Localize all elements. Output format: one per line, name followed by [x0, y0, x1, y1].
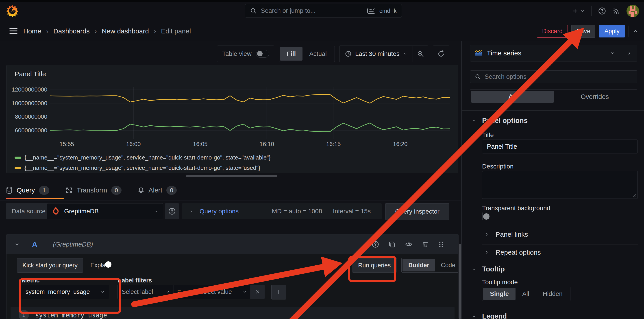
- news-rss-button[interactable]: [612, 8, 620, 15]
- y-axis-tick: 6000000000: [0, 127, 47, 134]
- transform-icon: [66, 187, 73, 194]
- collapse-query-icon[interactable]: [14, 242, 20, 247]
- datasource-picker[interactable]: GreptimeDB: [47, 203, 163, 219]
- label-select[interactable]: Select label: [118, 285, 174, 299]
- query-help-icon[interactable]: [372, 241, 379, 248]
- divider: [628, 26, 629, 37]
- tooltip-hidden-option[interactable]: Hidden: [536, 288, 569, 300]
- options-search[interactable]: Search options: [470, 71, 637, 83]
- sidebar-divider: [461, 41, 462, 319]
- duplicate-query-icon[interactable]: [388, 241, 396, 248]
- save-button[interactable]: Save: [571, 25, 596, 38]
- repeat-options-section[interactable]: Repeat options: [485, 248, 541, 256]
- query-options-bar[interactable]: Query options MD = auto = 1008 Interval …: [182, 203, 382, 219]
- zoom-out-icon: [417, 50, 424, 58]
- max-data-points: MD = auto = 1008: [272, 208, 322, 215]
- refresh-button[interactable]: [433, 46, 449, 62]
- toggle-viz-pane-button[interactable]: [621, 51, 637, 55]
- time-range-group: Last 30 minutes: [339, 46, 428, 62]
- table-view-toggle[interactable]: [256, 50, 269, 58]
- tab-all[interactable]: All: [471, 91, 554, 103]
- time-range-picker[interactable]: Last 30 minutes: [340, 50, 412, 58]
- code-option[interactable]: Code: [435, 259, 458, 271]
- refresh-icon: [438, 50, 445, 58]
- description-textarea[interactable]: [482, 171, 638, 199]
- fill-actual-switch: Fill Actual: [279, 46, 335, 62]
- run-queries-button[interactable]: Run queries: [352, 258, 397, 272]
- tooltip-all-option[interactable]: All: [516, 288, 536, 300]
- transparent-background-label: Transparent background: [482, 205, 550, 212]
- transparent-background-toggle[interactable]: [482, 212, 482, 220]
- tab-query[interactable]: Query 1: [6, 186, 49, 195]
- panel-options-header[interactable]: Panel options: [472, 117, 528, 125]
- resize-handle-icon[interactable]: [632, 193, 636, 198]
- global-search[interactable]: Search or jump to... cmd+k: [245, 4, 402, 18]
- visualization-picker[interactable]: Time series: [470, 45, 637, 62]
- legend-header[interactable]: Legend: [472, 312, 507, 319]
- chevron-down-icon: [101, 290, 104, 294]
- tooltip-header[interactable]: Tooltip: [472, 265, 505, 273]
- query-options-label: Query options: [200, 208, 238, 215]
- breadcrumb-new-dashboard[interactable]: New dashboard: [102, 27, 149, 35]
- remove-filter-button[interactable]: [251, 285, 264, 299]
- grafana-logo[interactable]: [6, 5, 18, 18]
- legend-item-available[interactable]: {__name__="system_memory_usage", service…: [14, 154, 271, 161]
- fill-option[interactable]: Fill: [280, 47, 302, 61]
- search-icon: [475, 74, 481, 80]
- avatar[interactable]: [626, 5, 639, 17]
- datasource-name: GreptimeDB: [64, 208, 150, 215]
- legend-item-used[interactable]: {__name__="system_memory_usage", service…: [14, 164, 260, 171]
- subsection-divider: [482, 244, 638, 245]
- value-select[interactable]: Select value: [195, 285, 251, 299]
- options-search-placeholder: Search options: [484, 73, 526, 80]
- chevron-down-icon: [472, 314, 476, 318]
- delete-query-icon[interactable]: [422, 241, 429, 248]
- tab-transform[interactable]: Transform 0: [66, 186, 122, 195]
- query-row-header[interactable]: A (GreptimeDB): [6, 234, 458, 254]
- preview-code: system_memory_usage: [35, 311, 107, 319]
- chevron-down-icon: [472, 118, 476, 123]
- legend-title: Legend: [482, 312, 507, 319]
- metric-select[interactable]: system_memory_usage: [21, 285, 109, 299]
- chevron-right-icon: [627, 51, 632, 55]
- tooltip-mode-switch: Single All Hidden: [482, 287, 570, 301]
- breadcrumb-separator: ›: [46, 27, 48, 35]
- hide-query-icon[interactable]: [405, 241, 412, 248]
- chevron-up-icon: [632, 28, 638, 34]
- tab-alert[interactable]: Alert 0: [138, 186, 177, 195]
- query-ref-id[interactable]: A: [32, 240, 37, 248]
- tab-overrides[interactable]: Overrides: [554, 91, 636, 103]
- chevron-down-icon: [472, 267, 476, 271]
- zoom-out-button[interactable]: [413, 50, 428, 58]
- panel-links-section[interactable]: Panel links: [485, 231, 528, 238]
- actual-option[interactable]: Actual: [302, 47, 334, 61]
- time-range-label: Last 30 minutes: [355, 50, 400, 58]
- breadcrumb-dashboards[interactable]: Dashboards: [53, 27, 90, 35]
- operator-select[interactable]: =: [174, 285, 195, 299]
- vertical-scrollbar-thumb[interactable]: [459, 244, 461, 319]
- add-filter-button[interactable]: [271, 285, 286, 299]
- tab-alert-count: 0: [166, 186, 177, 195]
- add-button[interactable]: [572, 8, 584, 14]
- discard-button[interactable]: Discard: [537, 25, 568, 38]
- builder-option[interactable]: Builder: [402, 259, 435, 271]
- panel-title-input[interactable]: [482, 140, 638, 153]
- tooltip-single-option[interactable]: Single: [483, 288, 516, 300]
- title-label: Title: [482, 131, 494, 139]
- chevron-down-icon: [154, 209, 158, 213]
- close-icon: [255, 289, 260, 294]
- query-inspector-button[interactable]: Query inspector: [385, 203, 449, 220]
- panel-links-label: Panel links: [496, 231, 528, 238]
- plus-icon: [276, 289, 282, 295]
- datasource-help-button[interactable]: [165, 203, 179, 219]
- kick-start-button[interactable]: Kick start your query: [17, 258, 83, 272]
- horizontal-scrollbar-thumb[interactable]: [186, 175, 277, 177]
- breadcrumb-home[interactable]: Home: [23, 27, 41, 35]
- apply-button[interactable]: Apply: [599, 25, 625, 38]
- menu-toggle[interactable]: [10, 28, 18, 34]
- operator-value: =: [177, 288, 185, 295]
- drag-handle-icon[interactable]: [438, 241, 444, 248]
- x-axis-tick: 16:05: [187, 141, 214, 148]
- help-button[interactable]: [598, 7, 606, 15]
- collapse-pane-button[interactable]: [632, 28, 638, 34]
